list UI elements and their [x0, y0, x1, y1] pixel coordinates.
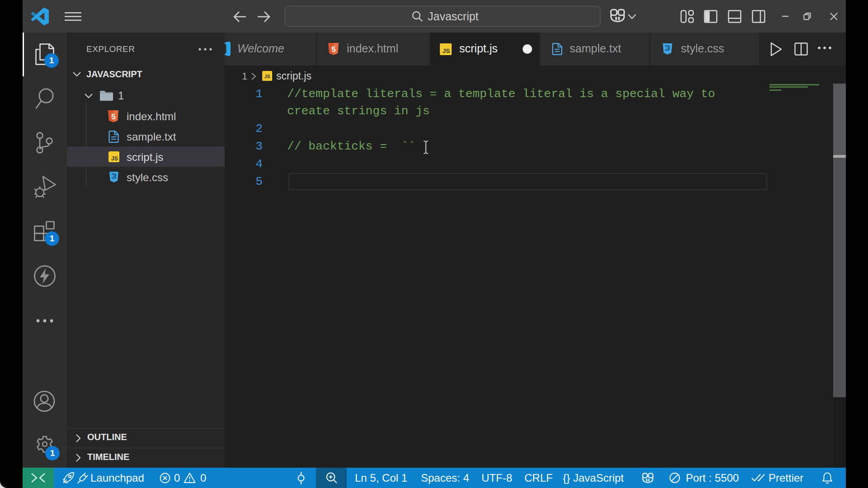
svg-text:JS: JS	[111, 155, 118, 162]
svg-text:JS: JS	[443, 47, 450, 54]
svg-text:5: 5	[331, 45, 335, 54]
svg-text:JS: JS	[264, 74, 270, 79]
svg-text:5: 5	[111, 113, 115, 121]
